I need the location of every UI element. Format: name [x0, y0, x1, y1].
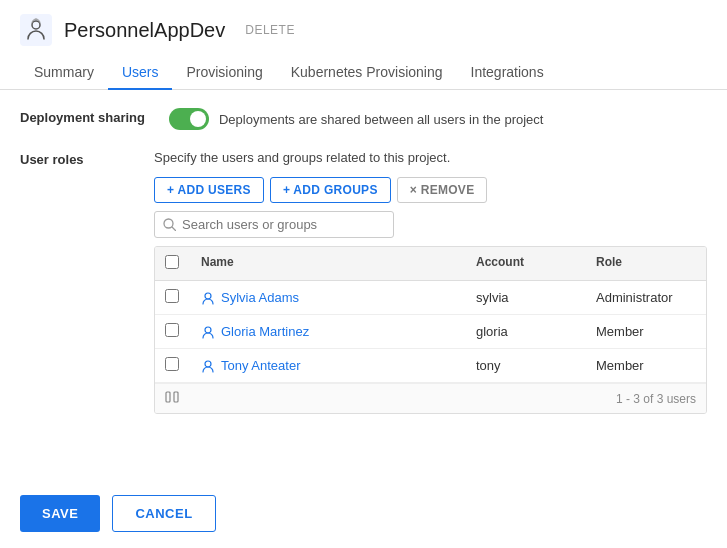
select-all-checkbox[interactable]	[165, 255, 179, 269]
specify-text: Specify the users and groups related to …	[154, 150, 707, 165]
svg-point-6	[205, 361, 211, 367]
role-column-header: Role	[586, 247, 706, 280]
user-icon	[201, 325, 215, 339]
action-buttons: + ADD USERS + ADD GROUPS × REMOVE	[154, 177, 707, 203]
user-roles-section: User roles Specify the users and groups …	[20, 150, 707, 414]
users-table: Name Account Role Sylvia Adams	[154, 246, 707, 414]
main-content: Deployment sharing Deployments are share…	[0, 90, 727, 452]
row-3-checkbox-cell	[155, 349, 191, 382]
search-input[interactable]	[182, 217, 385, 232]
user-roles-content: Specify the users and groups related to …	[154, 150, 707, 414]
table-row: Tony Anteater tony Member	[155, 349, 706, 383]
table-row: Gloria Martinez gloria Member	[155, 315, 706, 349]
tab-summary[interactable]: Summary	[20, 56, 108, 90]
search-box	[154, 211, 394, 238]
row-3-name[interactable]: Tony Anteater	[191, 350, 466, 381]
account-column-header: Account	[466, 247, 586, 280]
svg-point-5	[205, 327, 211, 333]
select-all-cell	[155, 247, 191, 280]
app-header: PersonnelAppDev DELETE	[0, 0, 727, 56]
svg-line-3	[172, 227, 176, 231]
row-2-account: gloria	[466, 316, 586, 347]
row-2-role: Member	[586, 316, 706, 347]
row-1-account: sylvia	[466, 282, 586, 313]
svg-rect-8	[174, 392, 178, 402]
svg-rect-7	[166, 392, 170, 402]
search-icon	[163, 218, 176, 231]
deployment-label: Deployment sharing	[20, 108, 145, 125]
deployment-description: Deployments are shared between all users…	[219, 112, 543, 127]
pagination-text: 1 - 3 of 3 users	[191, 392, 706, 406]
row-3-checkbox[interactable]	[165, 357, 179, 371]
remove-button[interactable]: × REMOVE	[397, 177, 488, 203]
tab-users[interactable]: Users	[108, 56, 173, 90]
add-groups-button[interactable]: + ADD GROUPS	[270, 177, 391, 203]
name-column-header: Name	[191, 247, 466, 280]
table-header: Name Account Role	[155, 247, 706, 281]
svg-point-4	[205, 293, 211, 299]
bottom-actions: SAVE CANCEL	[0, 479, 236, 548]
row-2-checkbox-cell	[155, 315, 191, 348]
table-footer: 1 - 3 of 3 users	[155, 383, 706, 413]
row-1-checkbox[interactable]	[165, 289, 179, 303]
user-roles-label: User roles	[20, 150, 130, 167]
deployment-toggle[interactable]	[169, 108, 209, 130]
deployment-sharing-section: Deployment sharing Deployments are share…	[20, 108, 707, 130]
user-icon	[201, 359, 215, 373]
row-2-checkbox[interactable]	[165, 323, 179, 337]
deployment-toggle-row: Deployments are shared between all users…	[169, 108, 543, 130]
add-users-button[interactable]: + ADD USERS	[154, 177, 264, 203]
row-1-role: Administrator	[586, 282, 706, 313]
cancel-button[interactable]: CANCEL	[112, 495, 215, 532]
columns-icon	[155, 390, 191, 407]
row-1-name[interactable]: Sylvia Adams	[191, 282, 466, 313]
table-row: Sylvia Adams sylvia Administrator	[155, 281, 706, 315]
tab-provisioning[interactable]: Provisioning	[172, 56, 276, 90]
row-3-account: tony	[466, 350, 586, 381]
save-button[interactable]: SAVE	[20, 495, 100, 532]
app-title: PersonnelAppDev	[64, 19, 225, 42]
tab-integrations[interactable]: Integrations	[457, 56, 558, 90]
user-icon	[201, 291, 215, 305]
row-3-role: Member	[586, 350, 706, 381]
tab-kubernetes[interactable]: Kubernetes Provisioning	[277, 56, 457, 90]
app-icon	[20, 14, 52, 46]
delete-button[interactable]: DELETE	[245, 23, 295, 37]
row-1-checkbox-cell	[155, 281, 191, 314]
row-2-name[interactable]: Gloria Martinez	[191, 316, 466, 347]
nav-tabs: Summary Users Provisioning Kubernetes Pr…	[0, 56, 727, 90]
